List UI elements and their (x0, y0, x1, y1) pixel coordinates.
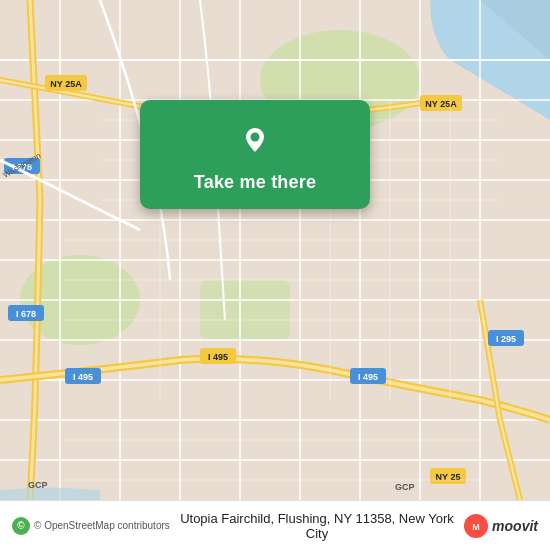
svg-text:I 495: I 495 (358, 372, 378, 382)
svg-text:GCP: GCP (395, 482, 415, 492)
attribution-text: © OpenStreetMap contributors (34, 520, 170, 531)
bottom-bar: © © OpenStreetMap contributors Utopia Fa… (0, 500, 550, 550)
svg-text:I 295: I 295 (496, 334, 516, 344)
moovit-logo: M moovit (464, 514, 538, 538)
moovit-logo-icon: M (464, 514, 488, 538)
moovit-label: moovit (492, 518, 538, 534)
svg-text:I 678: I 678 (16, 309, 36, 319)
svg-text:I 495: I 495 (208, 352, 228, 362)
take-me-there-button[interactable]: Take me there (194, 172, 316, 193)
svg-text:I 495: I 495 (73, 372, 93, 382)
svg-point-57 (251, 133, 260, 142)
location-card: Take me there (140, 100, 370, 209)
svg-text:NY 25A: NY 25A (50, 79, 82, 89)
osm-logo-icon: © (12, 517, 30, 535)
svg-text:NY 25A: NY 25A (425, 99, 457, 109)
map-svg: I 678 NY 25A NY 25A I 495 I 495 I 495 I … (0, 0, 550, 500)
location-label: Utopia Fairchild, Flushing, NY 11358, Ne… (170, 511, 464, 541)
map-area: I 678 NY 25A NY 25A I 495 I 495 I 495 I … (0, 0, 550, 500)
attribution-area: © © OpenStreetMap contributors (12, 517, 170, 535)
svg-rect-3 (200, 280, 290, 340)
location-pin-icon (233, 118, 277, 162)
svg-text:M: M (472, 522, 480, 532)
